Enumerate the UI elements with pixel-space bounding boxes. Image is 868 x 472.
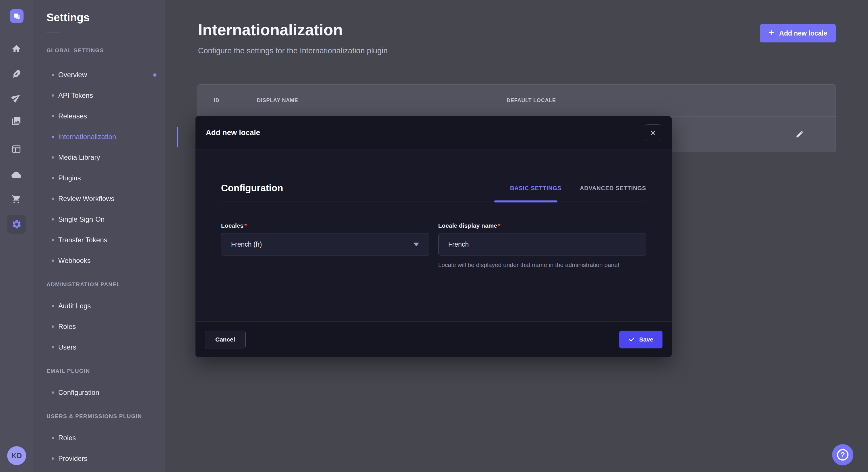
modal-header: Add new locale (195, 116, 672, 149)
bullet-icon (52, 346, 54, 348)
bullet-icon (52, 198, 54, 200)
display-name-field-group: Locale display name* Locale will be disp… (438, 222, 646, 270)
add-new-locale-button[interactable]: + Add new locale (760, 24, 836, 42)
section-administration-panel: ADMINISTRATION PANEL (46, 281, 165, 288)
sidebar-item-overview[interactable]: Overview (46, 65, 165, 85)
settings-gear-icon (7, 215, 26, 234)
modal-footer: Cancel Save (195, 322, 672, 357)
bullet-icon (52, 260, 54, 262)
chevron-down-icon (413, 243, 419, 246)
bullet-icon (52, 326, 54, 328)
sidebar-item-transfer-tokens[interactable]: Transfer Tokens (46, 230, 165, 250)
tabs-divider (221, 202, 646, 202)
bullet-icon (52, 218, 54, 221)
locales-label: Locales* (221, 222, 429, 229)
strapi-logo-glyph (13, 12, 20, 20)
locales-field-group: Locales* French (fr) (221, 222, 429, 270)
section-users-permissions-plugin: USERS & PERMISSIONS PLUGIN (46, 413, 165, 419)
sidebar-item-admin-roles[interactable]: Roles (46, 316, 165, 337)
required-asterisk: * (498, 222, 500, 229)
paper-plane-icon[interactable] (10, 91, 23, 104)
modal-title: Add new locale (206, 128, 260, 137)
bullet-icon (52, 437, 54, 439)
display-name-label: Locale display name* (438, 222, 646, 229)
sidebar-item-review-workflows[interactable]: Review Workflows (46, 189, 165, 209)
cancel-button[interactable]: Cancel (205, 331, 246, 348)
sidebar-item-internationalization[interactable]: Internationalization (46, 127, 165, 147)
bullet-icon (52, 305, 54, 307)
tab-advanced-settings[interactable]: ADVANCED SETTINGS (580, 185, 646, 192)
locales-select[interactable]: French (fr) (221, 233, 429, 256)
add-locale-modal: Add new locale Configuration BASIC SETTI… (195, 116, 672, 357)
sidebar-item-email-configuration[interactable]: Configuration (46, 382, 165, 403)
sidebar-item-api-tokens[interactable]: API Tokens (46, 85, 165, 106)
section-email-plugin: EMAIL PLUGIN (46, 368, 165, 374)
close-button[interactable] (645, 125, 661, 141)
media-library-icon[interactable] (10, 114, 23, 128)
settings-gear-active[interactable] (7, 215, 26, 234)
sidebar-item-up-providers[interactable]: Providers (46, 448, 165, 469)
question-mark-icon: ? (837, 449, 848, 461)
plus-icon: + (768, 27, 774, 39)
display-name-input[interactable] (438, 233, 646, 256)
bullet-icon (52, 74, 54, 76)
sidebar-item-plugins[interactable]: Plugins (46, 168, 165, 189)
close-x-icon (650, 129, 656, 136)
sidebar-item-admin-users[interactable]: Users (46, 337, 165, 358)
rail-divider-bottom (0, 440, 33, 440)
bullet-icon (52, 177, 54, 179)
home-icon[interactable] (10, 42, 23, 55)
checkmark-icon (628, 336, 635, 343)
feather-icon[interactable] (10, 67, 23, 80)
user-avatar[interactable]: KD (7, 446, 26, 465)
notification-dot (153, 73, 156, 76)
section-global-settings: GLOBAL SETTINGS (46, 47, 165, 54)
help-button[interactable]: ? (832, 444, 854, 465)
sidebar-item-single-sign-on[interactable]: Single Sign-On (46, 209, 165, 230)
bullet-icon (52, 156, 54, 159)
settings-subnav: Settings GLOBAL SETTINGS Overview API To… (33, 0, 165, 472)
tab-basic-settings[interactable]: BASIC SETTINGS (510, 185, 561, 192)
rail-divider-top (0, 32, 33, 32)
save-button[interactable]: Save (619, 331, 662, 348)
column-id: ID (214, 98, 257, 103)
cloud-icon[interactable] (10, 168, 23, 181)
strapi-logo[interactable] (10, 9, 24, 23)
bullet-icon (52, 392, 54, 394)
modal-body: Configuration BASIC SETTINGS ADVANCED SE… (195, 149, 672, 322)
page-title: Internationalization (198, 21, 343, 39)
column-default-locale: DEFAULT LOCALE (507, 98, 556, 103)
table-header-row: ID DISPLAY NAME DEFAULT LOCALE (198, 85, 836, 116)
sidebar-item-webhooks[interactable]: Webhooks (46, 250, 165, 271)
bullet-icon (52, 94, 54, 97)
pencil-edit-icon[interactable] (795, 130, 804, 138)
locales-select-value: French (fr) (231, 241, 262, 248)
app-icon-rail: KD (0, 0, 33, 472)
subnav-title-rule (46, 32, 60, 32)
required-asterisk: * (244, 222, 247, 229)
sidebar-item-releases[interactable]: Releases (46, 106, 165, 127)
sidebar-item-audit-logs[interactable]: Audit Logs (46, 296, 165, 316)
active-tab-underline (494, 200, 557, 202)
bullet-icon (52, 115, 54, 117)
bullet-icon (52, 239, 54, 241)
cart-icon[interactable] (10, 193, 23, 206)
bullet-icon (52, 458, 54, 460)
page-subtitle: Configure the settings for the Internati… (198, 46, 388, 55)
column-display-name: DISPLAY NAME (257, 98, 507, 103)
display-name-helper: Locale will be displayed under that name… (438, 260, 639, 270)
subnav-title: Settings (46, 11, 165, 24)
settings-tabs: BASIC SETTINGS ADVANCED SETTINGS (510, 185, 646, 192)
bullet-icon (52, 136, 54, 138)
sidebar-item-up-roles[interactable]: Roles (46, 428, 165, 448)
sidebar-item-media-library[interactable]: Media Library (46, 147, 165, 168)
layout-icon[interactable] (10, 142, 23, 156)
configuration-title: Configuration (221, 183, 283, 194)
